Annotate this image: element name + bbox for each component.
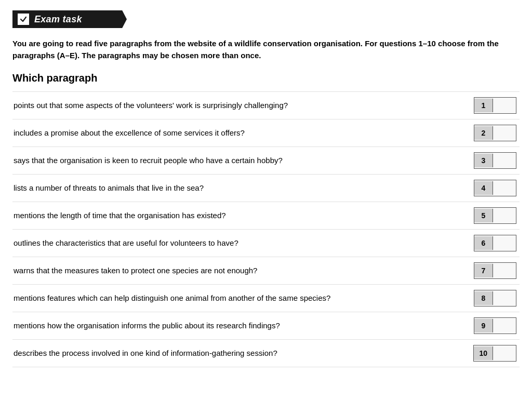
question-answer-cell[interactable]: 1 (455, 91, 520, 119)
question-number-label: 2 (474, 126, 493, 140)
table-row: mentions features which can help disting… (12, 284, 520, 312)
answer-box[interactable]: 4 (474, 180, 516, 196)
question-answer-cell[interactable]: 4 (455, 174, 520, 202)
question-number-label: 10 (474, 346, 493, 360)
answer-box[interactable]: 6 (474, 235, 516, 251)
question-number-label: 6 (474, 236, 493, 250)
answer-input-space[interactable] (493, 208, 516, 223)
answer-input-space[interactable] (493, 345, 516, 361)
question-text: outlines the characteristics that are us… (12, 229, 455, 257)
question-text: mentions the length of time that the org… (12, 202, 455, 229)
answer-input-space[interactable] (493, 318, 516, 334)
question-text: mentions features which can help disting… (12, 284, 455, 312)
exam-task-banner: Exam task (12, 10, 127, 28)
checkbox-icon (18, 14, 29, 25)
question-answer-cell[interactable]: 6 (455, 229, 520, 257)
answer-input-space[interactable] (493, 180, 516, 196)
questions-table: points out that some aspects of the volu… (12, 91, 520, 367)
answer-box[interactable]: 2 (474, 125, 516, 141)
answer-input-space[interactable] (493, 235, 516, 251)
question-answer-cell[interactable]: 7 (455, 257, 520, 284)
answer-box[interactable]: 9 (474, 317, 516, 334)
table-row: describes the process involved in one ki… (12, 339, 520, 367)
table-row: lists a number of threats to animals tha… (12, 174, 520, 202)
question-answer-cell[interactable]: 5 (455, 202, 520, 229)
table-row: mentions the length of time that the org… (12, 202, 520, 229)
question-number-label: 8 (474, 291, 493, 305)
table-row: says that the organisation is keen to re… (12, 146, 520, 174)
answer-input-space[interactable] (493, 290, 516, 306)
table-row: mentions how the organisation informs th… (12, 312, 520, 339)
answer-input-space[interactable] (493, 263, 516, 278)
question-number-label: 1 (474, 99, 493, 112)
question-text: points out that some aspects of the volu… (12, 91, 455, 119)
question-number-label: 9 (474, 319, 493, 332)
question-number-label: 3 (474, 154, 493, 167)
exam-task-label: Exam task (34, 14, 82, 25)
question-text: describes the process involved in one ki… (12, 339, 455, 367)
question-number-label: 7 (474, 264, 493, 277)
instructions-text: You are going to read five paragraphs fr… (12, 37, 520, 62)
question-number-label: 4 (474, 181, 493, 195)
answer-box[interactable]: 7 (474, 262, 516, 279)
answer-input-space[interactable] (493, 98, 516, 113)
question-answer-cell[interactable]: 3 (455, 146, 520, 174)
question-text: says that the organisation is keen to re… (12, 146, 455, 174)
table-row: warns that the measures taken to protect… (12, 257, 520, 284)
section-heading: Which paragraph (12, 72, 520, 84)
question-text: lists a number of threats to animals tha… (12, 174, 455, 202)
answer-box[interactable]: 3 (474, 152, 516, 169)
table-row: includes a promise about the excellence … (12, 119, 520, 146)
question-answer-cell[interactable]: 8 (455, 284, 520, 312)
answer-box[interactable]: 8 (474, 290, 516, 306)
question-text: includes a promise about the excellence … (12, 119, 455, 146)
table-row: points out that some aspects of the volu… (12, 91, 520, 119)
question-number-label: 5 (474, 209, 493, 222)
answer-box[interactable]: 5 (474, 207, 516, 224)
table-row: outlines the characteristics that are us… (12, 229, 520, 257)
question-text: mentions how the organisation informs th… (12, 312, 455, 339)
question-answer-cell[interactable]: 9 (455, 312, 520, 339)
answer-box[interactable]: 10 (473, 345, 516, 362)
answer-box[interactable]: 1 (474, 97, 516, 114)
question-answer-cell[interactable]: 10 (455, 339, 520, 367)
answer-input-space[interactable] (493, 153, 516, 168)
question-answer-cell[interactable]: 2 (455, 119, 520, 146)
question-text: warns that the measures taken to protect… (12, 257, 455, 284)
answer-input-space[interactable] (493, 125, 516, 141)
